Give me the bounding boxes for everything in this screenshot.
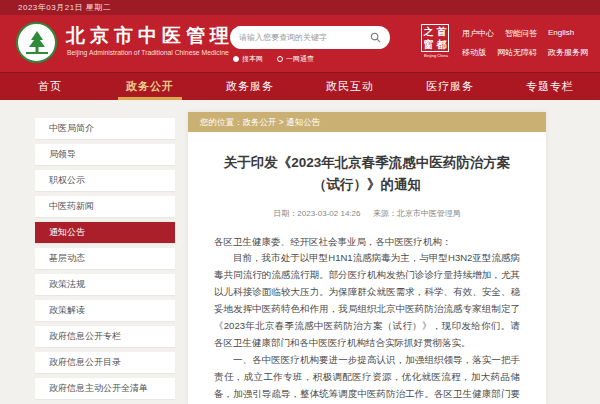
main-nav: 首页政务公开政务服务政民互动医疗服务专题专栏 bbox=[0, 72, 600, 100]
search-scope-radio[interactable]: 搜本网 bbox=[233, 54, 263, 64]
sidebar-menu: 中医局简介局领导职权公示中医药新闻通知公告基层动态政策法规政策解读政府信息公开专… bbox=[35, 118, 175, 404]
search-icon[interactable] bbox=[370, 32, 381, 43]
site-title-english: Beijing Administration of Traditional Ch… bbox=[67, 49, 229, 56]
article: 关于印发《2023年北京春季流感中医药防治方案（试行）》的通知 日期：2023-… bbox=[188, 132, 546, 404]
article-paragraph: 目前，我市处于以甲型H1N1流感病毒为主，与甲型H3N2亚型流感病毒共同流行的流… bbox=[214, 250, 520, 351]
header-link[interactable]: 网站无障碍 bbox=[497, 47, 537, 58]
header-link[interactable]: 移动版 bbox=[462, 47, 486, 58]
tcm-bureau-logo bbox=[16, 22, 57, 63]
header-link[interactable]: 智能问答 bbox=[505, 28, 537, 39]
sidebar-item[interactable]: 中医药新闻 bbox=[35, 196, 175, 217]
capital-window-seal[interactable]: 之首窗都 Beijing China bbox=[421, 24, 451, 58]
seal-char: 之 bbox=[422, 25, 435, 38]
content-area: 中医局简介局领导职权公示中医药新闻通知公告基层动态政策法规政策解读政府信息公开专… bbox=[0, 100, 600, 404]
seal-caption: Beijing China bbox=[423, 53, 450, 58]
sidebar-item[interactable]: 政府信息主动公开全清单 bbox=[35, 378, 175, 399]
search-input[interactable] bbox=[239, 33, 370, 42]
nav-tab[interactable]: 政民互动 bbox=[300, 73, 400, 100]
nav-tab[interactable]: 医疗服务 bbox=[400, 73, 500, 100]
sidebar-item[interactable]: 政策法规 bbox=[35, 274, 175, 295]
article-paragraph: 一、各中医医疗机构要进一步提高认识，加强组织领导，落实一把手责任，成立工作专班，… bbox=[214, 352, 520, 404]
article-body: 各区卫生健康委、经开区社会事业局，各中医医疗机构：目前，我市处于以甲型H1N1流… bbox=[214, 234, 520, 404]
sidebar-item[interactable]: 基层动态 bbox=[35, 248, 175, 269]
radio-icon[interactable] bbox=[233, 56, 239, 62]
header-link[interactable]: 政务服务网 bbox=[548, 47, 588, 58]
sidebar-item[interactable]: 通知公告 bbox=[35, 222, 175, 243]
article-source: 来源：北京市中医管理局 bbox=[373, 209, 461, 218]
header-link[interactable]: English bbox=[548, 28, 574, 39]
site-header: 北京市中医管理局 Beijing Administration of Tradi… bbox=[0, 15, 600, 72]
article-title: 关于印发《2023年北京春季流感中医药防治方案（试行）》的通知 bbox=[214, 152, 520, 197]
sidebar-item[interactable]: 政府信息公开目录 bbox=[35, 352, 175, 373]
article-date: 日期：2023-03-02 14:26 bbox=[273, 209, 360, 218]
utility-bar: 2023年03月21日 星期二 bbox=[0, 0, 600, 15]
seal-char: 都 bbox=[435, 38, 448, 51]
article-paragraph: 各区卫生健康委、经开区社会事业局，各中医医疗机构： bbox=[214, 234, 520, 251]
sidebar-item[interactable]: 职权公示 bbox=[35, 170, 175, 191]
header-links: 用户中心智能问答English移动版网站无障碍政务服务网 bbox=[462, 28, 588, 66]
seal-char: 窗 bbox=[422, 38, 435, 51]
current-date: 2023年03月21日 星期二 bbox=[18, 3, 111, 12]
search-scope-label: 搜本网 bbox=[242, 54, 263, 64]
seal-characters: 之首窗都 bbox=[421, 24, 449, 52]
nav-tab[interactable]: 政务公开 bbox=[100, 73, 200, 100]
sidebar-item[interactable]: 中医局简介 bbox=[35, 118, 175, 139]
seal-char: 首 bbox=[435, 25, 448, 38]
radio-icon[interactable] bbox=[277, 56, 283, 62]
main-panel: 您的位置：政务公开 > 通知公告 关于印发《2023年北京春季流感中医药防治方案… bbox=[188, 112, 546, 404]
search-scope-radio[interactable]: 一网通查 bbox=[277, 54, 314, 64]
sidebar-item[interactable]: 局领导 bbox=[35, 144, 175, 165]
search-scope-label: 一网通查 bbox=[286, 54, 314, 64]
search-box[interactable] bbox=[230, 26, 390, 49]
nav-tab[interactable]: 首页 bbox=[0, 73, 100, 100]
sidebar-item[interactable]: 政府信息公开专栏 bbox=[35, 326, 175, 347]
nav-tab[interactable]: 政务服务 bbox=[200, 73, 300, 100]
search-scope-options: 搜本网一网通查 bbox=[233, 54, 314, 64]
nav-tab[interactable]: 专题专栏 bbox=[500, 73, 600, 100]
header-link[interactable]: 用户中心 bbox=[462, 28, 494, 39]
article-meta: 日期：2023-03-02 14:26 来源：北京市中医管理局 bbox=[214, 208, 520, 219]
breadcrumb: 您的位置：政务公开 > 通知公告 bbox=[188, 112, 546, 132]
tree-emblem-icon bbox=[22, 28, 52, 58]
sidebar-item[interactable]: 政策解读 bbox=[35, 300, 175, 321]
